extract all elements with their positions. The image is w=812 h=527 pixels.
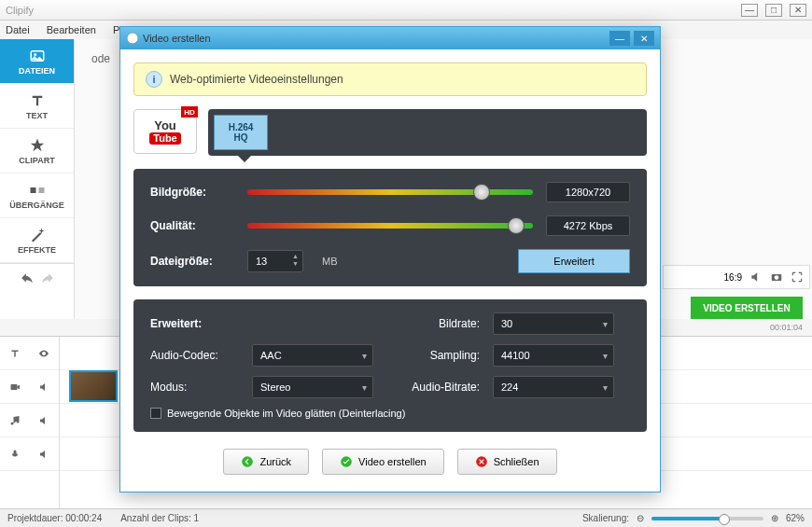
- close-button[interactable]: ✕: [790, 4, 806, 17]
- back-button[interactable]: Zurück: [223, 449, 309, 475]
- info-icon: i: [146, 71, 162, 88]
- menu-datei[interactable]: Datei: [6, 24, 30, 35]
- svg-rect-2: [30, 187, 35, 193]
- svg-point-5: [775, 275, 779, 280]
- speaker-mic-icon[interactable]: [38, 449, 49, 460]
- advanced-settings: Erweitert: Bildrate: 30 Audio-Codec: AAC…: [133, 299, 647, 432]
- dialog-titlebar: Video erstellen — ✕: [120, 27, 660, 49]
- text-track-icon[interactable]: [9, 348, 21, 359]
- speaker-track-icon[interactable]: [38, 381, 49, 393]
- filesize-spinner[interactable]: 13 ▲▼: [247, 250, 303, 272]
- project-duration: Projektdauer: 00:00:24: [7, 513, 102, 523]
- filesize-label: Dateigröße:: [150, 255, 234, 268]
- audio-codec-label: Audio-Codec:: [150, 349, 239, 362]
- check-icon: [340, 455, 353, 468]
- clip-count: Anzahl der Clips: 1: [120, 513, 199, 523]
- window-titlebar: Clipify — □ ✕: [0, 0, 812, 21]
- svg-point-9: [243, 456, 254, 467]
- codec-strip: H.264 HQ: [208, 109, 647, 156]
- svg-point-1: [34, 53, 36, 56]
- quality-value: 4272 Kbps: [546, 215, 630, 236]
- size-value: 1280x720: [546, 182, 630, 202]
- statusbar: Projektdauer: 00:00:24 Anzahl der Clips:…: [0, 508, 812, 527]
- mode-select[interactable]: Stereo: [252, 376, 373, 398]
- text-icon: [29, 92, 46, 109]
- eye-icon[interactable]: [38, 348, 49, 359]
- close-dialog-button[interactable]: Schließen: [457, 449, 557, 475]
- mic-track-icon[interactable]: [9, 449, 21, 460]
- menu-bearbeiten[interactable]: Bearbeiten: [47, 24, 96, 35]
- zoom-value: 62%: [786, 513, 805, 523]
- maximize-button[interactable]: □: [765, 4, 782, 17]
- music-track-icon[interactable]: [9, 415, 21, 426]
- time-labels: 600:01:04: [653, 323, 803, 332]
- sampling-select[interactable]: 44100: [493, 344, 614, 367]
- timeline-clip[interactable]: [69, 370, 118, 402]
- svg-rect-6: [10, 384, 17, 390]
- minimize-button[interactable]: —: [741, 4, 758, 17]
- codec-preset-h264[interactable]: H.264 HQ: [214, 115, 268, 150]
- camera-icon[interactable]: [770, 270, 783, 284]
- tab-clipart[interactable]: CLIPART: [0, 129, 74, 173]
- undo-redo-row: [0, 263, 74, 291]
- create-video-dialog: Video erstellen — ✕ i Web-optimierte Vid…: [119, 26, 661, 492]
- speaker-icon[interactable]: [749, 270, 763, 284]
- video-track-icon[interactable]: [9, 381, 21, 393]
- framerate-select[interactable]: 30: [493, 312, 614, 335]
- audio-bitrate-select[interactable]: 224: [493, 376, 614, 398]
- dialog-close-button[interactable]: ✕: [634, 31, 654, 46]
- mode-label: Modus:: [150, 381, 239, 394]
- tab-dateien[interactable]: DATEIEN: [0, 39, 74, 84]
- picture-icon: [29, 48, 46, 64]
- fullscreen-icon[interactable]: [791, 270, 804, 284]
- create-button[interactable]: Video erstellen: [322, 449, 444, 475]
- basic-settings: Bildgröße: 1280x720 Qualität: 4272 Kbps …: [133, 169, 647, 286]
- size-slider[interactable]: [247, 189, 533, 195]
- close-circle-icon: [475, 455, 488, 468]
- tab-text[interactable]: TEXT: [0, 84, 74, 129]
- dialog-icon: [126, 32, 139, 45]
- dialog-minimize-button[interactable]: —: [609, 31, 630, 46]
- quality-slider[interactable]: [247, 223, 533, 229]
- quality-label: Qualität:: [150, 219, 234, 232]
- left-panel: DATEIEN TEXT CLIPART ÜBERGÄNGE EFFEKTE: [0, 39, 75, 319]
- tab-effekte[interactable]: EFFEKTE: [0, 218, 74, 263]
- youtube-preset[interactable]: HD You Tube: [133, 109, 197, 154]
- sampling-label: Sampling:: [386, 349, 480, 362]
- undo-icon[interactable]: [21, 271, 34, 284]
- info-banner: i Web-optimierte Videoeinstellungen: [133, 62, 647, 96]
- audio-bitrate-label: Audio-Bitrate:: [386, 381, 480, 394]
- app-logo: Clipify: [6, 5, 34, 16]
- advanced-button[interactable]: Erweitert: [518, 249, 630, 273]
- transition-icon: [29, 182, 46, 199]
- deinterlace-checkbox[interactable]: Bewegende Objekte im Video glätten (Dein…: [150, 408, 630, 419]
- zoom-in-icon[interactable]: ⊕: [771, 513, 778, 523]
- preview-toolbar: 16:9: [663, 265, 810, 289]
- advanced-title: Erweitert:: [150, 317, 239, 330]
- zoom-slider[interactable]: [651, 517, 763, 520]
- audio-codec-select[interactable]: AAC: [252, 344, 373, 367]
- create-video-button[interactable]: VIDEO ERSTELLEN: [691, 297, 803, 319]
- svg-point-8: [127, 33, 138, 44]
- size-label: Bildgröße:: [150, 186, 234, 199]
- star-icon: [29, 137, 46, 154]
- svg-rect-3: [38, 187, 44, 193]
- framerate-label: Bildrate:: [386, 317, 480, 330]
- aspect-ratio[interactable]: 16:9: [724, 272, 742, 283]
- tab-uebergaenge[interactable]: ÜBERGÄNGE: [0, 173, 74, 218]
- zoom-out-icon[interactable]: ⊖: [637, 513, 644, 523]
- back-arrow-icon: [241, 455, 254, 468]
- speaker-music-icon[interactable]: [38, 415, 49, 426]
- wand-icon: [29, 227, 46, 243]
- redo-icon[interactable]: [41, 271, 54, 284]
